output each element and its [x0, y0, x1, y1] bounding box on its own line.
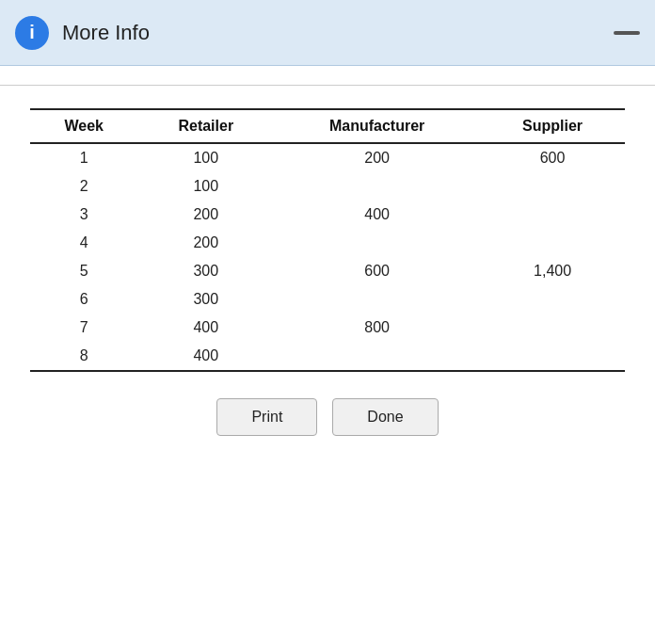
cell-supplier: [480, 172, 625, 201]
page-title: More Info: [62, 21, 150, 45]
cell-supplier: [480, 314, 625, 342]
cell-manufacturer: [274, 172, 480, 201]
minimize-button[interactable]: [614, 31, 640, 35]
table-row: 53006001,400: [30, 257, 625, 285]
cell-supplier: [480, 229, 625, 257]
table-row: 2100: [30, 172, 625, 201]
cell-manufacturer: 200: [274, 143, 480, 172]
cell-week: 7: [30, 314, 138, 342]
cell-manufacturer: 800: [274, 314, 480, 342]
table-row: 3200400: [30, 201, 625, 229]
col-header-manufacturer: Manufacturer: [274, 109, 480, 143]
cell-retailer: 100: [138, 143, 275, 172]
table-row: 7400800: [30, 314, 625, 342]
cell-week: 5: [30, 257, 138, 285]
cell-week: 3: [30, 201, 138, 229]
cell-week: 1: [30, 143, 138, 172]
cell-week: 2: [30, 172, 138, 201]
cell-supplier: [480, 285, 625, 314]
table-row: 4200: [30, 229, 625, 257]
cell-retailer: 100: [138, 172, 275, 201]
cell-manufacturer: [274, 229, 480, 257]
cell-manufacturer: [274, 285, 480, 314]
cell-week: 4: [30, 229, 138, 257]
cell-retailer: 400: [138, 342, 275, 371]
done-button[interactable]: Done: [332, 398, 438, 436]
cell-manufacturer: [274, 342, 480, 371]
cell-supplier: 600: [480, 143, 625, 172]
col-header-week: Week: [30, 109, 138, 143]
col-header-retailer: Retailer: [138, 109, 275, 143]
content-area: Week Retailer Manufacturer Supplier 1100…: [0, 86, 655, 455]
cell-retailer: 200: [138, 201, 275, 229]
data-table: Week Retailer Manufacturer Supplier 1100…: [30, 108, 625, 372]
cell-supplier: [480, 342, 625, 371]
cell-retailer: 400: [138, 314, 275, 342]
cell-week: 8: [30, 342, 138, 371]
table-row: 8400: [30, 342, 625, 371]
table-row: 6300: [30, 285, 625, 314]
cell-retailer: 200: [138, 229, 275, 257]
table-header-row: Week Retailer Manufacturer Supplier: [30, 109, 625, 143]
info-icon: i: [15, 16, 49, 50]
title-bar: i More Info: [0, 0, 655, 66]
cell-retailer: 300: [138, 285, 275, 314]
cell-manufacturer: 400: [274, 201, 480, 229]
cell-supplier: [480, 201, 625, 229]
print-button[interactable]: Print: [216, 398, 317, 436]
footer: Print Done: [30, 398, 625, 436]
cell-retailer: 300: [138, 257, 275, 285]
table-row: 1100200600: [30, 143, 625, 172]
col-header-supplier: Supplier: [480, 109, 625, 143]
cell-week: 6: [30, 285, 138, 314]
cell-manufacturer: 600: [274, 257, 480, 285]
cell-supplier: 1,400: [480, 257, 625, 285]
